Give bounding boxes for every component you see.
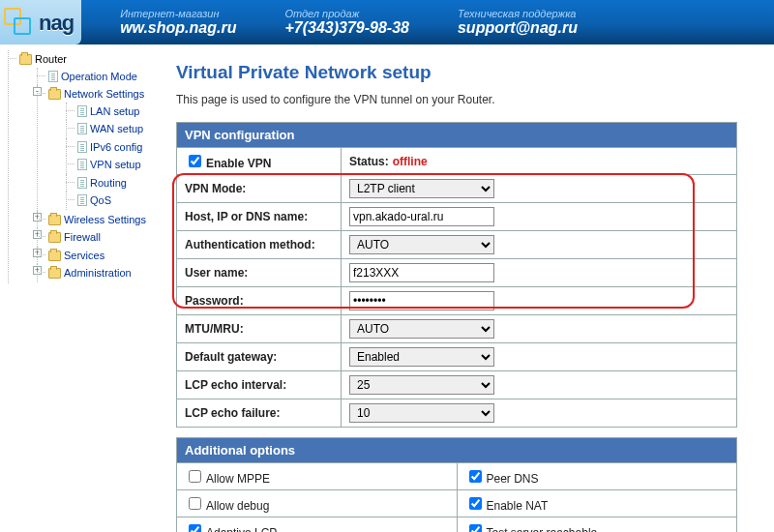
sidebar-item-administration[interactable]: +Administration xyxy=(33,264,151,282)
lcp-interval-label: LCP echo interval: xyxy=(177,371,342,399)
peer-dns-checkbox[interactable] xyxy=(469,470,482,483)
allow-mppe-checkbox[interactable] xyxy=(189,470,201,483)
logo-icon xyxy=(4,8,35,39)
collapse-icon[interactable]: - xyxy=(33,87,42,96)
password-input[interactable] xyxy=(349,291,494,310)
folder-icon xyxy=(48,89,61,100)
header-shop: Интернет-магазин ww.shop.nag.ru xyxy=(120,8,236,37)
folder-icon xyxy=(19,54,32,65)
sidebar: Router Operation Mode -Network Settings … xyxy=(0,44,155,532)
host-label: Host, IP or DNS name: xyxy=(177,203,342,231)
sidebar-item-network-settings[interactable]: -Network Settings LAN setup WAN setup IP… xyxy=(33,85,151,211)
username-input[interactable] xyxy=(349,263,494,282)
header-sales: Отдел продаж +7(343)379-98-38 xyxy=(284,8,409,37)
username-label: User name: xyxy=(177,259,342,287)
password-label: Password: xyxy=(177,287,342,315)
gateway-select[interactable]: Enabled xyxy=(349,347,494,367)
page-icon xyxy=(77,141,87,153)
auth-label: Authentication method: xyxy=(177,231,342,259)
status-value: offline xyxy=(393,155,428,168)
page-icon xyxy=(77,177,87,189)
host-input[interactable] xyxy=(349,207,494,226)
enable-vpn-checkbox[interactable] xyxy=(189,155,201,167)
vpn-config-table: VPN configuration Enable VPN Status:offl… xyxy=(176,122,737,428)
vpn-mode-label: VPN Mode: xyxy=(177,175,342,203)
sidebar-item-lan[interactable]: LAN setup xyxy=(62,103,151,121)
vpn-mode-select[interactable]: L2TP client xyxy=(349,179,494,198)
sidebar-item-operation-mode[interactable]: Operation Mode xyxy=(33,68,151,86)
section-header-options: Additional options xyxy=(177,438,737,463)
sidebar-item-wireless[interactable]: +Wireless Settings xyxy=(33,211,151,229)
mtu-label: MTU/MRU: xyxy=(177,315,342,343)
folder-icon xyxy=(48,232,61,243)
peer-dns-label: Peer DNS xyxy=(487,472,539,486)
enable-nat-checkbox[interactable] xyxy=(469,497,482,510)
expand-icon[interactable]: + xyxy=(33,249,42,257)
app-header: nag Интернет-магазин ww.shop.nag.ru Отде… xyxy=(0,0,774,44)
expand-icon[interactable]: + xyxy=(33,230,42,239)
expand-icon[interactable]: + xyxy=(33,213,42,222)
folder-icon xyxy=(48,251,61,261)
status-label: Status: xyxy=(349,155,389,168)
mtu-select[interactable]: AUTO xyxy=(349,319,494,339)
page-icon xyxy=(77,123,87,134)
section-header-vpn: VPN configuration xyxy=(177,123,737,148)
folder-icon xyxy=(48,268,61,279)
lcp-interval-select[interactable]: 25 xyxy=(349,375,494,395)
test-reachable-checkbox[interactable] xyxy=(469,524,482,532)
page-title: Virtual Private Network setup xyxy=(176,62,737,83)
sidebar-item-ipv6[interactable]: IPv6 config xyxy=(62,138,151,157)
adaptive-lcp-checkbox[interactable] xyxy=(189,524,201,532)
folder-icon xyxy=(48,215,61,225)
sidebar-item-firewall[interactable]: +Firewall xyxy=(33,228,151,247)
test-reachable-label: Test server reachable xyxy=(487,526,598,532)
lcp-failure-select[interactable]: 10 xyxy=(349,403,494,423)
expand-icon[interactable]: + xyxy=(33,266,42,275)
gateway-label: Default gateway: xyxy=(177,343,342,371)
sidebar-item-qos[interactable]: QoS xyxy=(62,192,151,210)
auth-select[interactable]: AUTO xyxy=(349,235,494,254)
additional-options-table: Additional options Allow MPPE Peer DNS A… xyxy=(176,437,737,532)
enable-nat-label: Enable NAT xyxy=(487,499,549,513)
page-icon xyxy=(48,71,58,82)
allow-debug-checkbox[interactable] xyxy=(189,497,201,510)
logo: nag xyxy=(0,0,81,44)
page-icon xyxy=(77,105,87,117)
tree-root[interactable]: Router Operation Mode -Network Settings … xyxy=(4,50,151,283)
logo-text: nag xyxy=(39,11,74,36)
page-icon xyxy=(77,194,87,206)
sidebar-item-vpn[interactable]: VPN setup xyxy=(62,156,151,174)
sidebar-item-wan[interactable]: WAN setup xyxy=(62,120,151,138)
sidebar-item-routing[interactable]: Routing xyxy=(62,174,151,192)
enable-vpn-label: Enable VPN xyxy=(206,157,271,170)
adaptive-lcp-label: Adaptive LCP xyxy=(206,526,277,532)
sidebar-item-services[interactable]: +Services xyxy=(33,247,151,265)
page-icon xyxy=(77,159,87,170)
allow-debug-label: Allow debug xyxy=(206,499,269,513)
lcp-failure-label: LCP echo failure: xyxy=(177,399,342,428)
header-support: Техническая поддержка support@nag.ru xyxy=(458,8,578,37)
allow-mppe-label: Allow MPPE xyxy=(206,472,270,486)
page-description: This page is used to configure the VPN t… xyxy=(176,93,737,106)
